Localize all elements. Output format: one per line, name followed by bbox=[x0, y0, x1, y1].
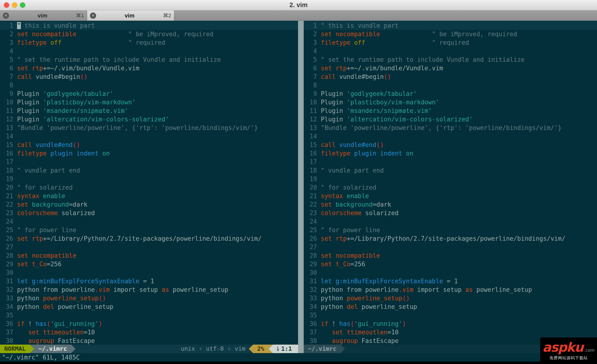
encoding-indicator: utf-8 bbox=[203, 345, 227, 353]
line-number: 28 bbox=[304, 251, 317, 260]
code-text: " for power line bbox=[321, 226, 380, 234]
code-line: 3filetype off " required bbox=[304, 38, 597, 47]
code-text: set ttimeoutlen=10 bbox=[321, 329, 399, 336]
cursor-position: LN 1:1 bbox=[273, 345, 298, 353]
code-text: " vundle part end bbox=[321, 167, 384, 174]
code-text: "Bundle 'powerline/powerline', {'rtp': '… bbox=[17, 124, 258, 131]
code-line: 33python powerline_setup() bbox=[304, 294, 597, 302]
line-number: 9 bbox=[0, 89, 13, 98]
code-line: 1" this is vundle part bbox=[304, 21, 597, 30]
line-number: 18 bbox=[0, 166, 13, 175]
line-number: 10 bbox=[304, 98, 317, 107]
line-number: 25 bbox=[304, 226, 317, 234]
code-text: if ! has('gui_running') bbox=[321, 320, 406, 327]
code-line: 3filetype off " required bbox=[0, 38, 298, 47]
titlebar[interactable]: 2. vim bbox=[0, 0, 597, 10]
close-button[interactable] bbox=[4, 2, 9, 8]
code-line: 19 bbox=[0, 175, 298, 183]
line-number: 27 bbox=[0, 243, 13, 251]
code-line: 15call vundle#end() bbox=[0, 140, 298, 149]
line-number: 20 bbox=[304, 183, 317, 192]
line-number: 16 bbox=[304, 149, 317, 158]
powerline-arrow-icon bbox=[30, 345, 34, 353]
code-line: 8 bbox=[0, 81, 298, 89]
code-text: set background=dark bbox=[321, 201, 391, 208]
code-text: " for solarized bbox=[17, 184, 73, 191]
line-number: 36 bbox=[0, 319, 13, 328]
code-line: 34python del powerline_setup bbox=[0, 302, 298, 311]
line-number: 38 bbox=[0, 337, 13, 345]
line-number: 37 bbox=[304, 328, 317, 337]
line-number: 19 bbox=[0, 175, 13, 183]
code-line: 35 bbox=[0, 311, 298, 319]
code-text: if ! has('gui_running') bbox=[17, 320, 102, 327]
line-number: 3 bbox=[0, 38, 13, 47]
bottom-strip bbox=[0, 362, 597, 364]
line-number-icon: LN bbox=[277, 346, 279, 351]
code-line: 28set nocompatible bbox=[304, 251, 597, 260]
line-number: 6 bbox=[304, 64, 317, 72]
code-line: 10Plugin 'plasticboy/vim-markdown' bbox=[304, 98, 597, 107]
line-number: 7 bbox=[0, 72, 13, 81]
code-text: python powerline_setup() bbox=[321, 295, 410, 302]
scroll-percent: 2% bbox=[253, 345, 269, 353]
code-text: set rtp+=~/.vim/bundle/Vundle.vim bbox=[17, 65, 139, 72]
code-text: " for solarized bbox=[321, 184, 376, 191]
code-area-left[interactable]: 1" this is vundle part2set nocompatible … bbox=[0, 21, 298, 345]
code-line: 5" set the runtime path to include Vundl… bbox=[0, 55, 298, 64]
code-line: 30 bbox=[0, 268, 298, 277]
code-line: 27 bbox=[0, 243, 298, 251]
code-line: 16filetype plugin indent on bbox=[0, 149, 298, 158]
code-line: 22set background=dark bbox=[304, 200, 597, 209]
line-number: 5 bbox=[0, 55, 13, 64]
line-number: 29 bbox=[304, 260, 317, 268]
code-line: 12Plugin 'altercation/vim-colors-solariz… bbox=[0, 115, 298, 124]
vim-window-right: 1" this is vundle part2set nocompatible … bbox=[304, 21, 597, 353]
code-line: 20" for solarized bbox=[304, 183, 597, 192]
tab-close-icon[interactable]: × bbox=[3, 13, 9, 19]
terminal-tab[interactable]: ×vim⌘1 bbox=[0, 10, 87, 21]
tab-close-icon[interactable]: × bbox=[90, 13, 96, 19]
line-number: 34 bbox=[304, 302, 317, 311]
code-line: 27 bbox=[304, 243, 597, 251]
line-number: 37 bbox=[0, 328, 13, 337]
code-line: 8 bbox=[304, 81, 597, 89]
code-line: 15call vundle#end() bbox=[304, 140, 597, 149]
code-line: 29set t_Co=256 bbox=[0, 260, 298, 268]
zoom-button[interactable] bbox=[20, 2, 25, 8]
minimize-button[interactable] bbox=[12, 2, 17, 8]
code-line: 37 set ttimeoutlen=10 bbox=[0, 328, 298, 337]
line-number: 7 bbox=[304, 72, 317, 81]
code-text: " for power line bbox=[17, 226, 76, 234]
line-number: 15 bbox=[0, 140, 13, 149]
line-number: 14 bbox=[0, 132, 13, 140]
aspku-watermark: aspku .com 免费网站源码下载站 bbox=[540, 338, 597, 364]
line-number: 1 bbox=[304, 21, 317, 30]
code-line: 26set rtp+=/Library/Python/2.7/site-pack… bbox=[304, 234, 597, 243]
code-area-right[interactable]: 1" this is vundle part2set nocompatible … bbox=[304, 21, 597, 345]
code-line: 23colorscheme solarized bbox=[304, 209, 597, 217]
code-line: 23colorscheme solarized bbox=[0, 209, 298, 217]
line-number: 13 bbox=[0, 124, 13, 132]
line-number: 2 bbox=[0, 30, 13, 38]
code-text: call vundle#begin() bbox=[321, 73, 391, 80]
vim-window-left: 1" this is vundle part2set nocompatible … bbox=[0, 21, 298, 353]
code-text: set t_Co=256 bbox=[321, 261, 365, 268]
code-line: 31let g:minBufExplForceSyntaxEnable = 1 bbox=[0, 277, 298, 286]
line-number: 13 bbox=[304, 124, 317, 132]
line-number: 38 bbox=[304, 337, 317, 345]
line-number: 22 bbox=[304, 200, 317, 209]
code-line: 4 bbox=[0, 47, 298, 55]
line-number: 31 bbox=[304, 277, 317, 286]
code-text: set rtp+=/Library/Python/2.7/site-packag… bbox=[17, 235, 262, 242]
chevron-left-icon: ‹ bbox=[198, 345, 203, 353]
code-line: 32python from powerline.vim import setup… bbox=[304, 286, 597, 294]
line-number: 22 bbox=[0, 200, 13, 209]
code-text: filetype plugin indent on bbox=[321, 150, 413, 157]
split-separator[interactable] bbox=[298, 21, 304, 353]
code-line: 16filetype plugin indent on bbox=[304, 149, 597, 158]
code-line: 36if ! has('gui_running') bbox=[0, 319, 298, 328]
terminal-tab[interactable]: ×vim⌘2 bbox=[87, 10, 174, 21]
statusline-filename: ~/.vimrc bbox=[304, 345, 341, 353]
line-number: 26 bbox=[304, 234, 317, 243]
